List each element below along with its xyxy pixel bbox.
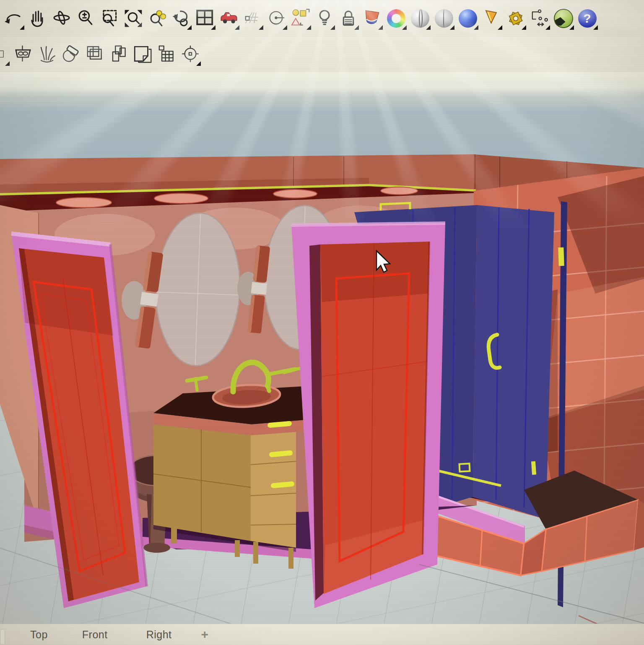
help-glyph: ? xyxy=(578,9,597,28)
tab-strip-edge xyxy=(0,629,5,644)
zoom-window-icon[interactable] xyxy=(97,5,121,31)
rotate-view-icon[interactable] xyxy=(49,5,73,31)
wireframe-sphere-glyph xyxy=(411,9,429,28)
secondary-toolbar xyxy=(0,37,644,72)
named-cplane-icon[interactable] xyxy=(11,42,35,68)
cabinet-drawers[interactable] xyxy=(251,432,296,548)
center-osnap-icon[interactable] xyxy=(265,5,288,31)
recessed-light[interactable] xyxy=(273,190,317,198)
help-icon[interactable]: ? xyxy=(575,5,599,31)
vegetation-icon[interactable] xyxy=(35,42,59,68)
selection-filter-icon[interactable] xyxy=(288,5,312,31)
new-viewport-tab-button[interactable]: + xyxy=(201,627,209,642)
zoom-selected-icon[interactable] xyxy=(145,5,169,31)
shower-glass-panel[interactable] xyxy=(473,205,554,519)
perspective-viewport[interactable] xyxy=(0,72,644,624)
viewport-layout-icon[interactable] xyxy=(193,5,217,31)
copy-viewport-icon[interactable] xyxy=(106,42,130,68)
viewport-tab-front[interactable]: Front xyxy=(78,629,112,641)
web-globe-icon[interactable] xyxy=(551,5,575,31)
shaded-sphere-icon[interactable] xyxy=(432,5,456,31)
rotate-view-undo-icon[interactable] xyxy=(2,5,26,31)
analysis-cone-icon[interactable] xyxy=(480,5,504,31)
wireframe-sphere-icon[interactable] xyxy=(408,5,432,31)
recessed-light[interactable] xyxy=(381,187,418,195)
glass-hinge-icon xyxy=(558,247,564,266)
named-views-car-icon[interactable] xyxy=(217,5,241,31)
lamp-icon[interactable] xyxy=(312,5,336,31)
viewport-tabs-icon[interactable] xyxy=(154,42,178,68)
zoom-dynamic-icon[interactable] xyxy=(73,5,97,31)
viewport-tab-top[interactable]: Top xyxy=(26,629,52,641)
options-gear-icon[interactable] xyxy=(504,5,527,31)
viewport-tab-bar: Top Front Right + xyxy=(0,624,644,645)
materials-icon[interactable] xyxy=(360,5,384,31)
erase-decal-icon[interactable] xyxy=(59,42,83,68)
shaded-sphere-glyph xyxy=(435,9,453,28)
main-toolbar: ? xyxy=(0,0,644,37)
viewport-panes-icon[interactable] xyxy=(83,42,106,68)
center-door-assembly[interactable] xyxy=(291,223,445,608)
recessed-light[interactable] xyxy=(154,193,208,203)
model-scene xyxy=(0,72,644,624)
perspective-grid-icon[interactable] xyxy=(241,5,265,31)
web-globe-glyph xyxy=(554,9,573,28)
rendered-sphere-icon[interactable] xyxy=(456,5,480,31)
floating-viewport-icon[interactable] xyxy=(130,42,154,68)
synchronize-views-icon[interactable] xyxy=(178,42,202,68)
zoom-extents-icon[interactable] xyxy=(121,5,145,31)
dimensions-icon[interactable] xyxy=(527,5,551,31)
recessed-light[interactable] xyxy=(56,198,112,208)
color-wheel-icon[interactable] xyxy=(384,5,408,31)
lock-icon[interactable] xyxy=(336,5,360,31)
cabinet-side[interactable] xyxy=(153,424,251,541)
undo-view-icon[interactable] xyxy=(169,5,193,31)
panel-edge-icon[interactable] xyxy=(0,42,11,68)
application-window: ? xyxy=(0,0,644,645)
rendered-sphere-glyph xyxy=(459,9,477,28)
viewport-tab-right[interactable]: Right xyxy=(142,629,176,641)
pan-hand-icon[interactable] xyxy=(26,5,49,31)
color-wheel-glyph xyxy=(387,9,405,28)
